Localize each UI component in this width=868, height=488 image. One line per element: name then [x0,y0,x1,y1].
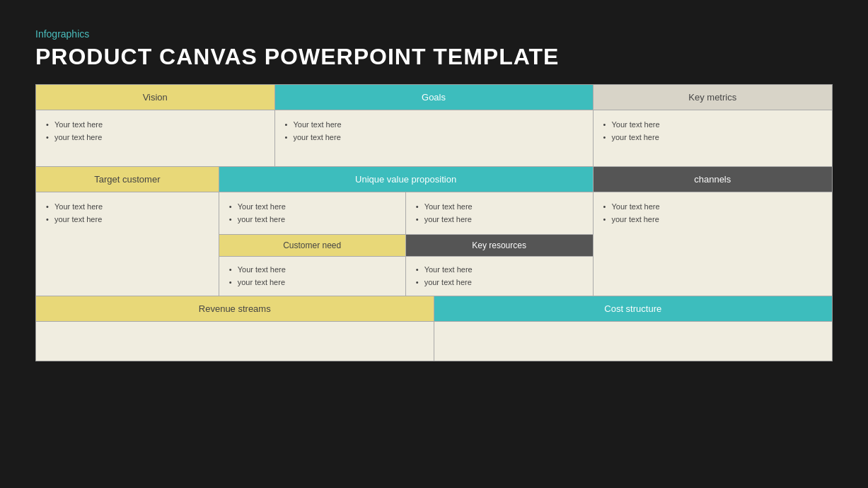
vision-content: Your text here your text here [36,110,275,167]
goals-content: Your text here your text here [275,110,594,167]
list-item: Your text here [285,119,583,132]
channels-bullets: Your text here your text here [603,201,823,226]
list-item: your text here [46,132,265,144]
list-item: Your text here [416,201,583,214]
list-item: Your text here [603,119,823,132]
list-item: your text here [603,132,823,144]
list-item: your text here [229,277,395,289]
uvp-sub-content: Your text here your text here Your text … [219,257,593,296]
target-customer-content: Your text here your text here [36,192,219,296]
row3-content [36,322,832,361]
key-metrics-header: Key metrics [594,85,833,110]
list-item: Your text here [46,119,265,132]
goals-header: Goals [275,85,594,110]
page: Infographics PRODUCT CANVAS POWERPOINT T… [0,0,868,488]
list-item: Your text here [229,201,395,214]
uvp-top-left: Your text here your text here [219,192,406,234]
list-item: your text here [229,214,395,226]
key-resources-content: Your text here your text here [406,257,593,296]
vision-bullets: Your text here your text here [46,119,265,144]
row1-content: Your text here your text here Your text … [36,110,832,167]
list-item: your text here [416,214,583,226]
channels-header: channels [594,167,833,192]
list-item: your text here [416,277,583,289]
row2-headers: Target customer Unique value proposition… [36,167,832,192]
vision-header: Vision [36,85,275,110]
cost-structure-content [434,322,833,361]
target-customer-bullets: Your text here your text here [46,201,209,226]
row1-headers: Vision Goals Key metrics [36,85,832,110]
canvas: Vision Goals Key metrics Your text here … [35,84,833,361]
key-resources-header: Key resources [406,235,593,257]
row3-headers: Revenue streams Cost structure [36,296,832,322]
key-metrics-content: Your text here your text here [594,110,833,167]
row2-content: Your text here your text here Your text … [36,192,832,296]
revenue-streams-content [36,322,434,361]
list-item: your text here [46,214,209,226]
list-item: your text here [285,132,583,144]
page-title: PRODUCT CANVAS POWERPOINT TEMPLATE [35,44,833,70]
uvp-sub-headers: Customer need Key resources [219,235,593,257]
customer-need-content: Your text here your text here [219,257,406,296]
list-item: Your text here [46,201,209,214]
uvp-content: Your text here your text here Your text … [219,192,594,296]
header: Infographics PRODUCT CANVAS POWERPOINT T… [35,28,833,70]
list-item: Your text here [229,264,395,277]
customer-need-header: Customer need [219,235,406,257]
revenue-streams-header: Revenue streams [36,296,434,322]
uvp-header: Unique value proposition [219,167,594,192]
subtitle: Infographics [35,28,833,40]
list-item: your text here [603,214,823,226]
channels-content: Your text here your text here [594,192,833,296]
target-customer-header: Target customer [36,167,219,192]
uvp-top-right: Your text here your text here [406,192,593,234]
goals-bullets: Your text here your text here [285,119,583,144]
uvp-top: Your text here your text here Your text … [219,192,593,235]
key-metrics-bullets: Your text here your text here [603,119,823,144]
list-item: Your text here [416,264,583,277]
list-item: Your text here [603,201,823,214]
cost-structure-header: Cost structure [434,296,833,322]
